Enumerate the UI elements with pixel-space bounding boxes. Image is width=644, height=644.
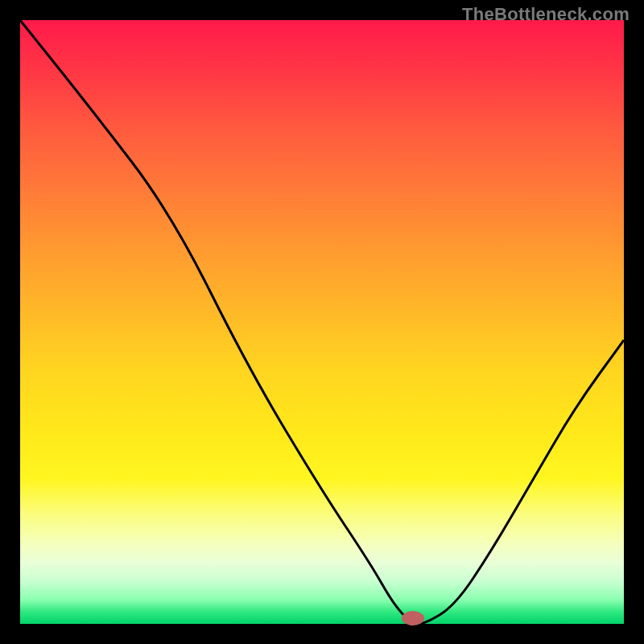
bottleneck-curve <box>20 20 624 624</box>
chart-curve-layer <box>20 20 624 624</box>
optimal-point-marker <box>402 611 424 625</box>
bottleneck-chart <box>20 20 624 624</box>
watermark-text: TheBottleneck.com <box>462 4 630 25</box>
